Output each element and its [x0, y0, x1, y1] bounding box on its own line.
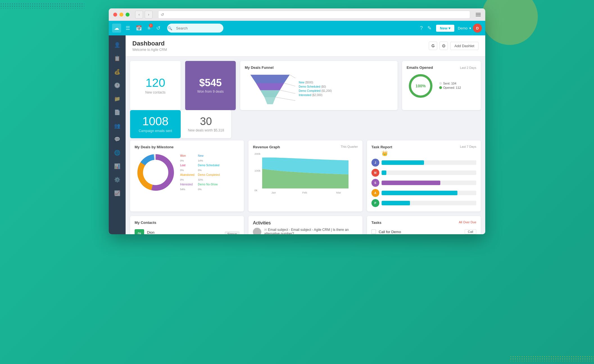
forward-button[interactable]: ›: [145, 11, 153, 19]
close-button[interactable]: [113, 13, 117, 17]
task-call-button[interactable]: Call: [465, 229, 476, 234]
dashboard-actions: G ⚙ Add Dashlet: [429, 42, 479, 50]
contact-info-1: Dion Other,: [147, 230, 222, 235]
address-bar[interactable]: ↺: [158, 11, 470, 19]
nav-history-icon[interactable]: ↺: [155, 24, 162, 32]
svg-text:Mar: Mar: [336, 191, 341, 194]
svg-text:Feb: Feb: [302, 191, 307, 194]
legend-lost: Lost: [180, 163, 194, 168]
nav-calendar-icon[interactable]: 📅: [135, 24, 143, 32]
milestone-legend-right: New 14% Demo Scheduled 0% Demo Completed…: [198, 153, 220, 192]
user-menu[interactable]: Demo ▾ D: [458, 24, 482, 33]
task-row-2: M: [371, 169, 476, 177]
main-layout: 👤 📋 💰 🕐 📁 📄 👥 💬 🌐 📊 ⚙️ 📈 Dashboard: [109, 35, 485, 234]
emails-sent: 104: [451, 82, 456, 85]
donut-legend: Sent: 104 Opened: 112: [439, 82, 461, 90]
legend-interested: Interested: [180, 182, 194, 187]
revenue-title: Revenue Graph: [253, 145, 280, 149]
tools-icon[interactable]: ✎: [427, 25, 432, 31]
row-3: My Contacts DI Dion Other, Signup: [130, 216, 481, 234]
nav-notifications-icon[interactable]: ≡ 7: [146, 24, 152, 32]
task-bar-wrap-3: [382, 181, 476, 185]
sidebar-item-integrations[interactable]: ⚙️: [111, 174, 123, 186]
row-1: 120 New contacts $545 Won from 9 deals M…: [130, 61, 481, 110]
sidebar-item-history[interactable]: 🕐: [111, 79, 123, 92]
row-2: My Deals by Milestone: [130, 140, 481, 211]
browser-titlebar: ‹ › ↺: [109, 8, 485, 21]
row-1b: 1008 Campaign emails sent 30 New deals w…: [130, 110, 481, 138]
task-row-3: S: [371, 179, 476, 187]
svg-point-14: [143, 160, 168, 185]
revenue-period: This Quarter: [341, 145, 358, 149]
sidebar-item-web[interactable]: 🌐: [111, 147, 123, 159]
browser-window: ‹ › ↺ ☁ ☰ 📅 ≡ 7 ↺ 🔍 ?: [109, 8, 485, 234]
app: ☁ ☰ 📅 ≡ 7 ↺ 🔍 ? ✎ New ▾ Demo ▾: [109, 21, 485, 234]
task-checkbox-1[interactable]: [371, 229, 376, 234]
task-report-card: Task Report Last 7 Days 👑 J: [367, 140, 481, 211]
svg-marker-1: [256, 83, 284, 90]
new-button[interactable]: New ▾: [436, 25, 455, 32]
won-deals-number: $545: [199, 78, 222, 88]
search-input[interactable]: [167, 24, 223, 33]
campaign-emails-number: 1008: [142, 115, 168, 127]
svg-text:0k: 0k: [255, 189, 258, 192]
content-area: Dashboard Welcome to Agile CRM G ⚙ Add D…: [126, 35, 485, 234]
contacts-card: My Contacts DI Dion Other, Signup: [130, 216, 244, 234]
dashboard-title-wrap: Dashboard Welcome to Agile CRM: [132, 40, 167, 52]
minimize-button[interactable]: [119, 13, 123, 17]
new-contacts-card: 120 New contacts: [130, 61, 181, 110]
sidebar-item-reports[interactable]: 📊: [111, 160, 123, 172]
app-logo[interactable]: ☁: [112, 24, 121, 33]
back-button[interactable]: ‹: [135, 11, 143, 19]
activity-text-1: ✉ Email subject - Email subject - Agile …: [264, 228, 358, 234]
svg-text:Jan: Jan: [271, 191, 276, 194]
legend-demo-noshow: Demo No-Show: [198, 182, 220, 187]
tasks-period: All Over Due: [459, 220, 476, 227]
sidebar-item-deals[interactable]: 💰: [111, 66, 123, 78]
help-icon[interactable]: ?: [420, 25, 423, 31]
legend-abandoned: Abandoned: [180, 172, 194, 178]
user-name: Demo: [458, 26, 468, 30]
legend-won: Won: [180, 153, 194, 158]
donut-wrap: 100% Sent: 104 Opened: 112: [407, 72, 476, 100]
legend-demo-sched: Demo Scheduled: [198, 163, 220, 168]
settings-button[interactable]: ⚙: [439, 42, 448, 50]
spacer1: [231, 110, 402, 138]
emails-card: Emails Opened Last 2 Days 100%: [402, 61, 481, 110]
dashboard-body: 120 New contacts $545 Won from 9 deals M…: [126, 56, 485, 234]
google-icon[interactable]: G: [429, 42, 437, 50]
contact-tag-1: Signup: [225, 231, 239, 234]
user-dropdown-icon: ▾: [469, 26, 471, 30]
sidebar-item-analytics[interactable]: 📈: [111, 187, 123, 199]
tasks-card: Tasks All Over Due Call for Demo Call Fr…: [367, 216, 481, 234]
contact-avatar-1: DI: [135, 229, 144, 234]
svg-line-4: [290, 75, 295, 79]
contact-name-1: Dion: [147, 230, 222, 235]
svg-text:100k: 100k: [255, 169, 261, 172]
task-report-period: Last 7 Days: [460, 145, 476, 149]
sidebar-item-campaigns[interactable]: 📁: [111, 93, 123, 105]
sidebar-item-chat[interactable]: 💬: [111, 133, 123, 145]
task-bar-wrap-2: [382, 170, 476, 175]
browser-menu[interactable]: [476, 13, 481, 16]
legend-new: New: [198, 153, 220, 158]
funnel-label-demo-scheduled: Demo Scheduled ($0): [299, 85, 332, 88]
new-deals-number: 30: [200, 116, 212, 127]
maximize-button[interactable]: [126, 13, 130, 17]
svg-marker-0: [250, 75, 290, 83]
sidebar-item-documents[interactable]: 📄: [111, 106, 123, 119]
nav-list-icon[interactable]: ☰: [124, 24, 131, 32]
sidebar-item-tasks[interactable]: 📋: [111, 52, 123, 65]
top-navbar: ☁ ☰ 📅 ≡ 7 ↺ 🔍 ? ✎ New ▾ Demo ▾: [109, 21, 485, 35]
won-deals-label: Won from 9 deals: [197, 90, 224, 94]
legend-demo-comp: Demo Completed: [198, 172, 220, 178]
task-bar-2: [382, 170, 386, 175]
sidebar-item-contacts[interactable]: 👤: [111, 39, 123, 51]
reload-icon[interactable]: ↺: [161, 12, 164, 17]
activity-content-1: ✉ Email subject - Email subject - Agile …: [264, 228, 358, 234]
svg-line-6: [280, 90, 295, 94]
donut-chart: 100%: [407, 72, 435, 100]
new-button-label: New: [440, 26, 448, 30]
add-dashlet-button[interactable]: Add Dashlet: [450, 42, 479, 50]
sidebar-item-teams[interactable]: 👥: [111, 120, 123, 132]
